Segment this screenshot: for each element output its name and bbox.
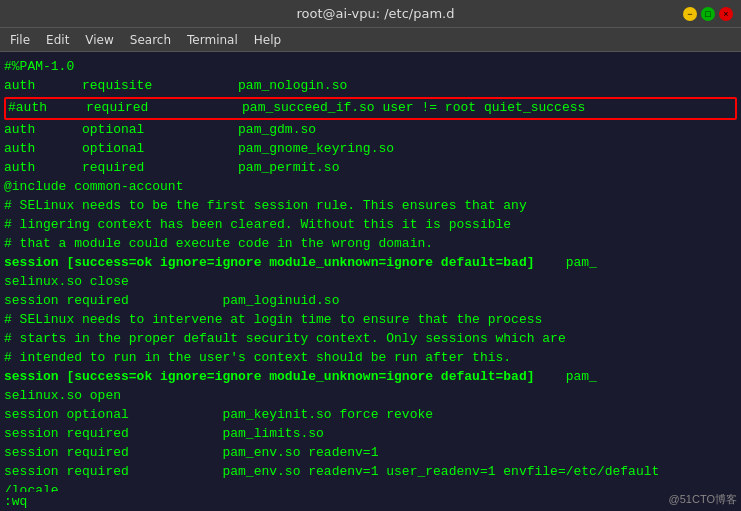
line-session-success1: session [success=ok ignore=ignore module… (4, 254, 737, 273)
menu-edit[interactable]: Edit (40, 31, 75, 49)
menu-file[interactable]: File (4, 31, 36, 49)
menubar: File Edit View Search Terminal Help (0, 28, 741, 52)
line-include-common: @include common-account (4, 178, 737, 197)
line-selinux-open: selinux.so open (4, 387, 737, 406)
line-session-success2: session [success=ok ignore=ignore module… (4, 368, 737, 387)
minimize-button[interactable]: − (683, 7, 697, 21)
line-comment-selinux6: # intended to run in the user's context … (4, 349, 737, 368)
line-selinux-close: selinux.so close (4, 273, 737, 292)
titlebar: root@ai-vpu: /etc/pam.d − □ × (0, 0, 741, 28)
line-comment-selinux4: # SELinux needs to intervene at login ti… (4, 311, 737, 330)
statusbar: :wq (0, 492, 741, 511)
line-auth-required-highlighted: #auth required pam_succeed_if.so user !=… (4, 97, 737, 120)
watermark: @51CTO博客 (669, 492, 737, 507)
line-session-keyinit: session optional pam_keyinit.so force re… (4, 406, 737, 425)
titlebar-buttons: − □ × (683, 7, 733, 21)
line-session-limits: session required pam_limits.so (4, 425, 737, 444)
line-comment-selinux5: # starts in the proper default security … (4, 330, 737, 349)
terminal: #%PAM-1.0 auth requisite pam_nologin.so … (0, 52, 741, 511)
menu-help[interactable]: Help (248, 31, 287, 49)
line-comment-selinux1: # SELinux needs to be the first session … (4, 197, 737, 216)
line-pam-header: #%PAM-1.0 (4, 58, 737, 77)
menu-search[interactable]: Search (124, 31, 177, 49)
close-button[interactable]: × (719, 7, 733, 21)
line-session-env2: session required pam_env.so readenv=1 us… (4, 463, 737, 482)
line-comment-selinux3: # that a module could execute code in th… (4, 235, 737, 254)
titlebar-title: root@ai-vpu: /etc/pam.d (68, 6, 683, 21)
menu-view[interactable]: View (79, 31, 119, 49)
line-auth-requisite: auth requisite pam_nologin.so (4, 77, 737, 96)
line-auth-optional-keyring: auth optional pam_gnome_keyring.so (4, 140, 737, 159)
line-session-env1: session required pam_env.so readenv=1 (4, 444, 737, 463)
line-auth-optional-gdm: auth optional pam_gdm.so (4, 121, 737, 140)
line-session-loginuid: session required pam_loginuid.so (4, 292, 737, 311)
menu-terminal[interactable]: Terminal (181, 31, 244, 49)
line-comment-selinux2: # lingering context has been cleared. Wi… (4, 216, 737, 235)
maximize-button[interactable]: □ (701, 7, 715, 21)
vim-command: :wq (4, 494, 27, 509)
line-auth-required-permit: auth required pam_permit.so (4, 159, 737, 178)
